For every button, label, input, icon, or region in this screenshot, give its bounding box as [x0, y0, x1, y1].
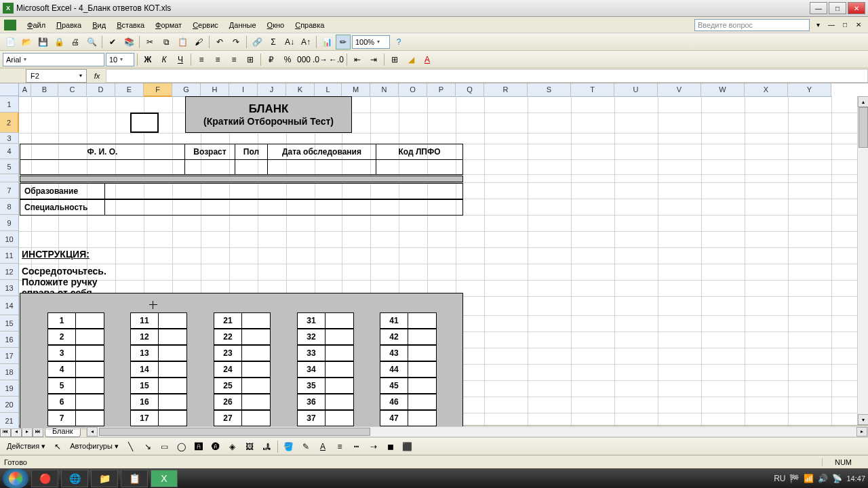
answer-value-27[interactable] [242, 410, 271, 426]
thousands-icon[interactable]: 000 [296, 52, 311, 67]
system-tray[interactable]: RU 🏁 📶 🔊 📡 14:47 [774, 474, 865, 483]
answer-value-11[interactable] [159, 312, 187, 329]
sort-desc-icon[interactable]: A↑ [298, 35, 313, 49]
scroll-left-icon[interactable]: ◂ [87, 427, 98, 436]
hyperlink-icon[interactable]: 🔗 [250, 35, 264, 49]
tray-bluetooth-icon[interactable]: 📶 [804, 474, 814, 483]
clipart-icon[interactable]: 🖼 [242, 439, 257, 454]
zoom-select[interactable]: 100%▾ [352, 35, 390, 49]
col-header-X[interactable]: X [745, 83, 788, 97]
redo-icon[interactable]: ↷ [229, 35, 243, 49]
answer-value-47[interactable] [408, 410, 437, 426]
actions-menu[interactable]: Действия ▾ [4, 442, 48, 451]
permission-icon[interactable]: 🔒 [52, 35, 66, 49]
answer-value-31[interactable] [326, 312, 354, 329]
answer-value-17[interactable] [159, 410, 187, 426]
currency-icon[interactable]: ₽ [264, 52, 279, 67]
menu-вставка[interactable]: Вставка [111, 19, 150, 31]
dec-indent-icon[interactable]: ⇤ [350, 52, 365, 67]
menu-формат[interactable]: Формат [150, 19, 187, 31]
print-icon[interactable]: 🖨 [68, 35, 83, 49]
answer-value-34[interactable] [326, 361, 354, 378]
col-header-Y[interactable]: Y [788, 83, 831, 97]
cut-icon[interactable]: ✂ [142, 35, 157, 49]
answer-value-6[interactable] [76, 394, 104, 410]
wordart-icon[interactable]: 🅐 [208, 439, 223, 454]
maximize-button[interactable]: □ [829, 2, 846, 14]
doc-restore-button[interactable]: □ [840, 20, 850, 30]
scroll-down-icon[interactable]: ▾ [858, 414, 868, 425]
answer-value-4[interactable] [76, 361, 104, 378]
row-header-21[interactable]: 21 [0, 413, 19, 429]
row-header-5[interactable]: 5 [0, 159, 19, 174]
menu-окно[interactable]: Окно [262, 19, 290, 31]
percent-icon[interactable]: % [280, 52, 295, 67]
row-header-14[interactable]: 14 [0, 296, 19, 315]
copy-icon[interactable]: ⧉ [159, 35, 174, 49]
tray-clock[interactable]: 14:47 [846, 474, 865, 483]
row-header-3[interactable]: 3 [0, 133, 19, 144]
undo-icon[interactable]: ↶ [212, 35, 227, 49]
col-header-M[interactable]: M [342, 83, 370, 97]
col-header-C[interactable]: C [58, 83, 87, 97]
row-header-16[interactable]: 16 [0, 331, 19, 348]
answer-value-23[interactable] [242, 345, 271, 361]
scroll-up-icon[interactable]: ▴ [858, 96, 868, 107]
shadow-icon[interactable]: ◼ [383, 439, 398, 454]
answer-value-46[interactable] [408, 394, 437, 410]
fill-color-draw-icon[interactable]: 🪣 [281, 439, 296, 454]
save-icon[interactable]: 💾 [35, 35, 50, 49]
scroll-thumb[interactable] [859, 107, 868, 148]
doc-close-button[interactable]: ✕ [853, 20, 864, 30]
answer-value-22[interactable] [242, 329, 271, 345]
oval-icon[interactable]: ◯ [174, 439, 189, 454]
dash-style-icon[interactable]: ┅ [349, 439, 364, 454]
answer-value-26[interactable] [242, 394, 271, 410]
col-header-K[interactable]: K [286, 83, 315, 97]
col-header-T[interactable]: T [571, 83, 614, 97]
col-header-B[interactable]: B [31, 83, 58, 97]
task-chrome[interactable]: 🌐 [61, 470, 88, 487]
preview-icon[interactable]: 🔍 [84, 35, 99, 49]
line-icon[interactable]: ╲ [123, 439, 138, 454]
start-button[interactable] [3, 469, 28, 488]
answer-value-5[interactable] [76, 378, 104, 394]
answer-value-24[interactable] [242, 361, 271, 378]
paste-icon[interactable]: 📋 [175, 35, 190, 49]
col-header-R[interactable]: R [484, 83, 528, 97]
col-header-O[interactable]: O [399, 83, 427, 97]
answer-value-15[interactable] [159, 378, 187, 394]
col-header-E[interactable]: E [115, 83, 144, 97]
row-header-7[interactable]: 7 [0, 182, 19, 199]
font-size-select[interactable]: 10▾ [106, 53, 134, 66]
bold-icon[interactable]: Ж [140, 52, 155, 67]
select-all-corner[interactable] [0, 83, 19, 96]
tray-sound-icon[interactable]: 🔊 [818, 474, 828, 483]
line-style-icon[interactable]: ≡ [332, 439, 347, 454]
drawing-toggle-icon[interactable]: ✏ [336, 35, 351, 49]
research-icon[interactable]: 📚 [121, 35, 136, 49]
hscroll-thumb[interactable] [99, 428, 370, 436]
name-box[interactable]: F2▾ [26, 69, 87, 83]
answer-value-25[interactable] [242, 378, 271, 394]
row-header-17[interactable]: 17 [0, 348, 19, 364]
align-left-icon[interactable]: ≡ [194, 52, 209, 67]
col-header-W[interactable]: W [701, 83, 745, 97]
tray-network-icon[interactable]: 📡 [832, 474, 842, 483]
italic-icon[interactable]: К [157, 52, 172, 67]
inc-indent-icon[interactable]: ⇥ [366, 52, 381, 67]
horizontal-scrollbar[interactable]: ◂ ▸ [86, 426, 868, 437]
menu-сервис[interactable]: Сервис [187, 19, 224, 31]
vertical-scrollbar[interactable]: ▴ ▾ [857, 96, 868, 425]
col-header-A[interactable]: A [19, 83, 31, 97]
row-header-[interactable] [0, 174, 19, 182]
underline-icon[interactable]: Ч [173, 52, 188, 67]
row-header-15[interactable]: 15 [0, 315, 19, 331]
font-name-select[interactable]: Arial▾ [3, 53, 104, 66]
answer-value-32[interactable] [326, 329, 354, 345]
row-header-9[interactable]: 9 [0, 215, 19, 231]
answer-value-7[interactable] [76, 410, 104, 426]
answer-value-44[interactable] [408, 361, 437, 378]
arrow-icon[interactable]: ↘ [140, 439, 155, 454]
answer-value-41[interactable] [408, 312, 437, 329]
